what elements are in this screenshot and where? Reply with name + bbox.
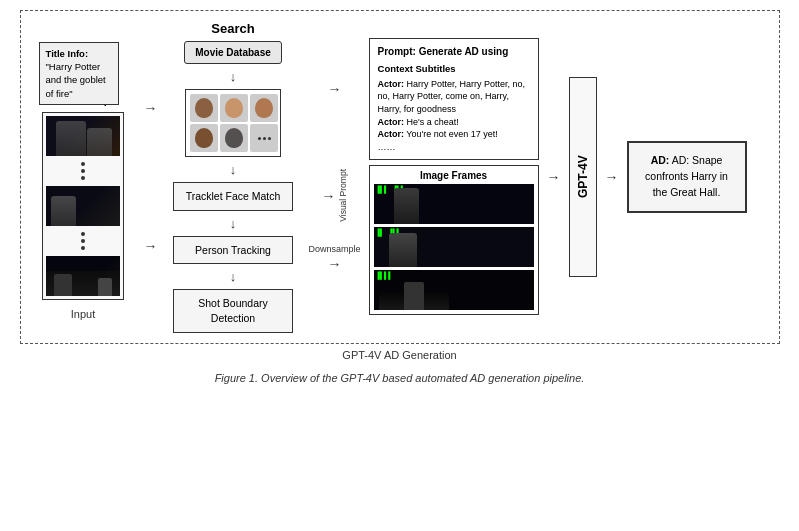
ad-output-text: AD: AD: Snape confronts Harry in the Gre… [645,154,728,198]
prompt-title-strong: Prompt: Generate AD using [378,46,509,57]
face-oval-5 [225,128,243,148]
arrow-visual-prompt: → [322,188,336,204]
title-info-box: Title Info: "Harry Potter and the goblet… [39,42,119,105]
face-cell-4 [190,124,218,152]
dots-row-2 [46,228,120,254]
dot4 [81,232,85,236]
arrow-col-2: → → Visual Prompt Downsample → [309,81,361,272]
img-frame-c: ▐▌▌▌ [374,270,534,310]
arrow-faces-down: ↓ [230,162,237,177]
fd3 [268,137,271,140]
shot-boundary-box: Shot Boundary Detection [173,289,293,332]
context-actor3: Actor: [378,129,405,139]
dot3 [81,176,85,180]
diagram-container: GPT-4V AD Generation Title Info: "Harry … [10,10,790,384]
arrow-to-ad: → [605,169,619,185]
frame-c-overlay: ▐▌▌▌ [376,272,393,280]
face-cell-2 [220,94,248,122]
film-frame-2 [46,186,120,226]
frame3-fig2 [98,278,112,296]
arrow-downsample: → [328,256,342,272]
face-oval-2 [225,98,243,118]
movie-db-label: Movie Database [195,47,271,58]
tracklet-label: Tracklet Face Match [186,190,281,202]
context-actor2: Actor: [378,117,405,127]
face-oval-1 [195,98,213,118]
face-cell-dots [250,124,278,152]
input-label: Input [71,308,95,320]
context-actor1: Actor: [378,79,405,89]
face-cell-1 [190,94,218,122]
person-tracking-label: Person Tracking [195,244,271,256]
arrow-col-1: → → [144,100,158,254]
dots-row-1 [46,158,120,184]
context-content: Actor: Harry Potter, Harry Potter, no, n… [378,78,530,154]
prompt-box: Prompt: Generate AD using Context Subtit… [369,38,539,160]
arrow-to-gpt: → [547,169,561,185]
search-label: Search [211,21,254,36]
img-frame-b: ▐▌ ▐▌▌ [374,227,534,267]
frame-c-fig [404,282,424,310]
prompt-title: Prompt: Generate AD using [378,45,530,59]
context-ellipsis: …… [378,142,396,152]
frame3-fig1 [54,274,72,296]
image-frames-title: Image Frames [374,170,534,181]
title-info-content: "Harry Potter and the goblet of fire" [46,61,106,99]
fd2 [263,137,266,140]
figure-caption: Figure 1. Overview of the GPT-4V based a… [215,372,585,384]
frame1-figure2 [87,128,112,156]
arrow-person-down: ↓ [230,269,237,284]
context-subtitles-title: Context Subtitles [378,62,530,75]
shot-boundary-label: Shot Boundary Detection [198,297,267,324]
img-frame-a: ▐▌▌ ▐▌▌ [374,184,534,224]
downsample-label: Downsample [309,244,361,254]
dot2 [81,169,85,173]
frame-a-fig [394,188,419,224]
right-inner-section: Prompt: Generate AD using Context Subtit… [369,38,539,315]
gpt-box: GPT-4V [569,77,597,277]
pipeline-outer: GPT-4V AD Generation Title Info: "Harry … [20,10,780,344]
fd1 [258,137,261,140]
frame-b-fig [389,233,417,267]
arrow-tracklet-down: ↓ [230,216,237,231]
film-frame-1 [46,116,120,156]
title-info-label: Title Info: [46,48,89,59]
arrow-to-shot: → [144,238,158,254]
face-oval-4 [195,128,213,148]
face-oval-3 [255,98,273,118]
visual-prompt-label: Visual Prompt [338,169,348,222]
ad-output-box: AD: AD: Snape confronts Harry in the Gre… [627,141,747,212]
dot5 [81,239,85,243]
tracklet-face-match-box: Tracklet Face Match [173,182,293,211]
face-cell-5 [220,124,248,152]
pipeline-label: GPT-4V AD Generation [342,349,456,361]
frame1-figure [56,121,86,156]
face-cell-3 [250,94,278,122]
dot1 [81,162,85,166]
image-frames-box: Image Frames ▐▌▌ ▐▌▌ ▐▌ ▐▌▌ ▐▌▌▌ [369,165,539,315]
faces-grid [185,89,281,157]
arrow-db-down: ↓ [230,69,237,84]
gpt-label: GPT-4V [576,156,590,199]
frame2-fig1 [51,196,76,226]
film-strip [42,112,124,300]
visual-prompt-row: → Visual Prompt [322,169,348,222]
film-frame-3 [46,256,120,296]
arrow-to-prompt: → [328,81,342,97]
left-section: Title Info: "Harry Potter and the goblet… [31,34,136,320]
person-tracking-box: Person Tracking [173,236,293,265]
movie-db-box: Movie Database [184,41,282,64]
arrow-to-search: → [144,100,158,116]
dot6 [81,246,85,250]
center-section: Search Movie Database ↓ [166,21,301,333]
